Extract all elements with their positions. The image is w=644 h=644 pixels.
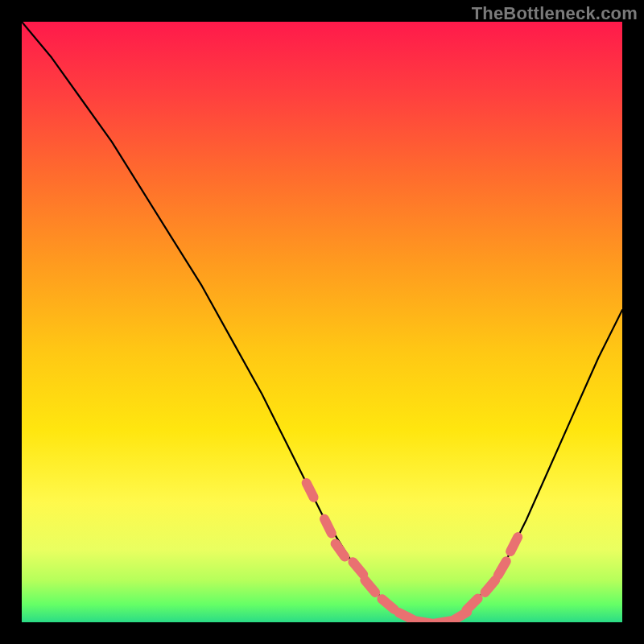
- marker-dash: [353, 562, 363, 574]
- chart-frame: TheBottleneck.com: [0, 0, 644, 644]
- marker-dash: [510, 537, 518, 551]
- marker-dash: [485, 580, 496, 592]
- marker-dash: [466, 599, 477, 610]
- marker-dash: [498, 561, 506, 575]
- marker-dash: [434, 621, 450, 622]
- chart-svg: [22, 22, 622, 622]
- plot-area: [22, 22, 622, 622]
- marker-cluster: [307, 483, 518, 622]
- marker-dash: [324, 519, 332, 534]
- watermark-text: TheBottleneck.com: [472, 3, 638, 24]
- marker-dash: [382, 599, 394, 609]
- marker-dash: [365, 580, 375, 592]
- marker-dash: [307, 483, 314, 497]
- marker-dash: [336, 543, 345, 556]
- marker-dash: [399, 613, 414, 620]
- bottleneck-curve-line: [22, 22, 622, 622]
